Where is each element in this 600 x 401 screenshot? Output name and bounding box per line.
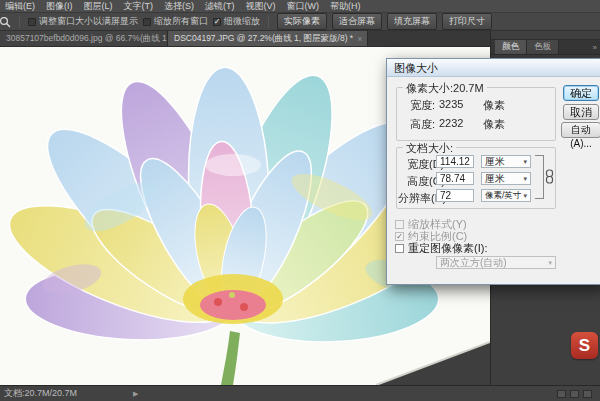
scrubby-zoom-checkbox[interactable]: ✓ 细微缩放 xyxy=(213,15,260,28)
pixel-height-unit: 像素 xyxy=(483,117,505,132)
panel-tab-strip: 颜色 色板 » xyxy=(491,39,600,55)
select-value: 两次立方(自动) xyxy=(440,256,507,270)
pixel-dimensions-group: 像素大小:20.7M xyxy=(396,87,556,141)
checkbox-checked-icon: ✓ xyxy=(213,18,221,26)
pixel-height-label: 高度: xyxy=(410,117,435,132)
tab-title: 30857107befbd0d096.jpg @ 66.7%(曲线 1, 图层蒙… xyxy=(6,33,168,45)
menu-help[interactable]: 帮助(H) xyxy=(330,0,361,13)
select-value: 像素/英寸 xyxy=(485,190,521,202)
menu-layer[interactable]: 图层(L) xyxy=(84,0,113,13)
tab-title: DSC04197.JPG @ 27.2%(曲线 1, 图层蒙版/8) * xyxy=(174,33,353,45)
dialog-body: 像素大小:20.7M 宽度: 3235 像素 高度: 2232 像素 文档大小:… xyxy=(387,77,600,284)
pixel-width-value: 3235 xyxy=(439,98,463,110)
checkbox-checked-icon: ✓ xyxy=(395,232,404,241)
auto-button[interactable]: 自动(A)... xyxy=(561,122,600,138)
chevron-down-icon: ▾ xyxy=(523,158,527,166)
menu-filter[interactable]: 滤镜(T) xyxy=(205,0,235,13)
dialog-title[interactable]: 图像大小 xyxy=(387,59,600,77)
menu-window[interactable]: 窗口(W) xyxy=(287,0,320,13)
print-size-button[interactable]: 打印尺寸 xyxy=(442,13,492,30)
divider xyxy=(268,16,269,28)
panel-mini-button[interactable] xyxy=(557,390,566,398)
select-value: 厘米 xyxy=(485,155,505,169)
tool-options-bar: 调整窗口大小以满屏显示 缩放所有窗口 ✓ 细微缩放 实际像素 适合屏幕 填充屏幕… xyxy=(0,13,600,31)
chevron-down-icon: ▾ xyxy=(523,175,527,183)
collapse-dock-icon[interactable]: » xyxy=(593,40,597,54)
menu-edit[interactable]: 编辑(E) xyxy=(5,0,35,13)
menu-select[interactable]: 选择(S) xyxy=(164,0,194,13)
status-bar: 文档:20.7M/20.7M ▶ xyxy=(0,385,600,401)
panel-mini-button[interactable] xyxy=(570,390,579,398)
menu-view[interactable]: 视图(V) xyxy=(246,0,276,13)
document-tab-bar: 30857107befbd0d096.jpg @ 66.7%(曲线 1, 图层蒙… xyxy=(0,31,490,47)
checkbox-label: 缩放所有窗口 xyxy=(154,15,208,28)
group-legend: 像素大小:20.7M xyxy=(403,81,487,96)
doc-height-input[interactable] xyxy=(436,172,474,185)
pixel-width-unit: 像素 xyxy=(483,98,505,113)
color-panel-tab[interactable]: 颜色 xyxy=(495,40,527,54)
pixel-height-value: 2232 xyxy=(439,117,463,129)
status-flyout-arrow-icon[interactable]: ▶ xyxy=(133,390,138,398)
close-icon[interactable]: × xyxy=(357,34,362,44)
cancel-button[interactable]: 取消 xyxy=(563,104,599,120)
resample-image-checkbox[interactable]: 重定图像像素(I): xyxy=(395,241,487,256)
checkbox-label: 调整窗口大小以满屏显示 xyxy=(39,15,138,28)
link-chain-icon xyxy=(545,169,554,184)
select-value: 厘米 xyxy=(485,172,505,186)
panel-mini-buttons xyxy=(557,390,592,398)
doc-width-unit-select[interactable]: 厘米 ▾ xyxy=(481,155,531,168)
image-size-dialog: 图像大小 像素大小:20.7M 宽度: 3235 像素 高度: 2232 像素 … xyxy=(386,58,600,285)
checkbox-label: 细微缩放 xyxy=(224,15,260,28)
doc-width-input[interactable] xyxy=(436,155,474,168)
ok-button[interactable]: 确定 xyxy=(563,85,599,101)
resample-method-select: 两次立方(自动) ▾ xyxy=(436,256,556,269)
watermark-badge: S xyxy=(571,332,598,359)
doc-height-unit-select[interactable]: 厘米 ▾ xyxy=(481,172,531,185)
chevron-down-icon: ▾ xyxy=(523,192,527,200)
actual-pixels-button[interactable]: 实际像素 xyxy=(277,13,327,30)
fit-screen-button[interactable]: 适合屏幕 xyxy=(332,13,382,30)
resolution-input[interactable] xyxy=(436,189,474,202)
panel-mini-button[interactable] xyxy=(583,390,592,398)
checkbox-icon xyxy=(395,220,404,229)
divider xyxy=(19,16,20,28)
zoom-tool-icon[interactable] xyxy=(0,16,11,28)
checkbox-icon xyxy=(395,244,404,253)
dimension-link-bracket xyxy=(535,155,544,199)
checkbox-label: 重定图像像素(I): xyxy=(408,241,487,256)
checkbox-icon xyxy=(143,18,151,26)
menu-image[interactable]: 图像(I) xyxy=(46,0,73,13)
swatches-panel-tab[interactable]: 色板 xyxy=(527,40,559,54)
document-tab-1[interactable]: 30857107befbd0d096.jpg @ 66.7%(曲线 1, 图层蒙… xyxy=(0,31,168,46)
resize-windows-checkbox[interactable]: 调整窗口大小以满屏显示 xyxy=(28,15,138,28)
pixel-width-label: 宽度: xyxy=(410,98,435,113)
checkbox-icon xyxy=(28,18,36,26)
menu-bar: 编辑(E) 图像(I) 图层(L) 文字(T) 选择(S) 滤镜(T) 视图(V… xyxy=(0,0,600,13)
chevron-down-icon: ▾ xyxy=(548,259,552,267)
group-legend: 文档大小: xyxy=(403,141,456,156)
document-size-readout[interactable]: 文档:20.7M/20.7M xyxy=(4,387,77,400)
zoom-all-windows-checkbox[interactable]: 缩放所有窗口 xyxy=(143,15,208,28)
flower-core xyxy=(183,274,283,324)
menu-type[interactable]: 文字(T) xyxy=(124,0,154,13)
fill-screen-button[interactable]: 填充屏幕 xyxy=(387,13,437,30)
resolution-unit-select[interactable]: 像素/英寸 ▾ xyxy=(481,189,531,202)
document-tab-2-active[interactable]: DSC04197.JPG @ 27.2%(曲线 1, 图层蒙版/8) * × xyxy=(168,31,368,46)
